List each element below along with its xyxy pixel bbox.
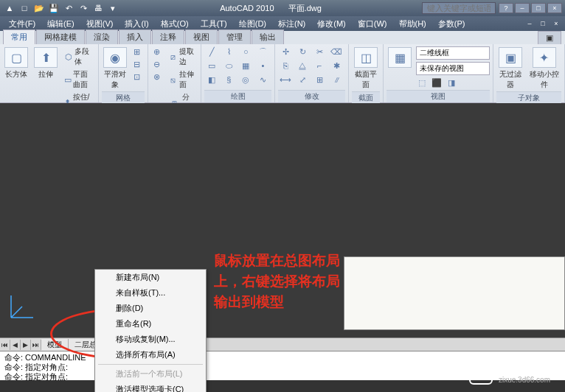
tab-mesh[interactable]: 网格建模 <box>36 29 85 44</box>
intersect-icon[interactable]: ⊗ <box>151 71 163 83</box>
scale-icon[interactable]: ⤢ <box>295 74 310 85</box>
doc-close-icon[interactable]: × <box>550 18 562 29</box>
explode-icon[interactable]: ✱ <box>329 60 344 71</box>
subtract-icon[interactable]: ⊖ <box>151 58 163 70</box>
spline-icon[interactable]: ∿ <box>255 74 270 85</box>
menu-dimension[interactable]: 标注(N) <box>272 17 311 31</box>
qat-dropdown-icon[interactable]: ▾ <box>106 1 119 15</box>
tab-annotate[interactable]: 注释 <box>152 29 184 44</box>
menu-modify[interactable]: 修改(M) <box>311 17 352 31</box>
erase-icon[interactable]: ⌫ <box>329 46 344 57</box>
circle-icon[interactable]: ○ <box>238 46 253 57</box>
app-menu-icon[interactable]: ▲ <box>3 1 16 15</box>
fillet-icon[interactable]: ⌐ <box>312 60 327 71</box>
save-icon[interactable]: 💾 <box>47 1 60 15</box>
cm-new-layout[interactable]: 新建布局(N) <box>95 270 206 285</box>
tab-insert[interactable]: 插入 <box>119 29 151 44</box>
region-icon[interactable]: ◧ <box>204 74 219 85</box>
tab-last-icon[interactable]: ⏭ <box>31 340 41 350</box>
cm-delete[interactable]: 删除(D) <box>95 301 206 316</box>
polyline-icon[interactable]: ⌇ <box>221 46 236 57</box>
doc-maximize-icon[interactable]: □ <box>537 18 549 29</box>
tab-manage[interactable]: 管理 <box>218 29 251 44</box>
open-icon[interactable]: 📂 <box>32 1 46 15</box>
point-icon[interactable]: • <box>255 60 270 71</box>
view-icon-1[interactable]: ⬚ <box>416 77 428 88</box>
tab-prev-icon[interactable]: ◀ <box>10 340 21 350</box>
saved-view-dropdown[interactable]: 未保存的视图 <box>416 62 490 75</box>
tab-first-icon[interactable]: ⏮ <box>0 340 10 350</box>
box-button[interactable]: ▢ 长方体 <box>3 46 30 81</box>
copy-icon[interactable]: ⎘ <box>278 60 293 71</box>
hatch-icon[interactable]: ▦ <box>238 60 253 71</box>
mesh-icon-2[interactable]: ⊟ <box>131 58 143 70</box>
extrude-button[interactable]: ⬆ 拉伸 <box>32 46 59 81</box>
menu-format[interactable]: 格式(O) <box>155 17 195 31</box>
menu-draw[interactable]: 绘图(D) <box>233 17 272 31</box>
viewstyle-button[interactable]: ▦ <box>387 46 413 69</box>
redo-icon[interactable]: ↷ <box>77 1 90 15</box>
mirror-icon[interactable]: ⧋ <box>295 60 310 71</box>
new-icon[interactable]: □ <box>18 1 31 15</box>
menu-tools[interactable]: 工具(T) <box>195 17 233 31</box>
ellipse-icon[interactable]: ⬭ <box>221 60 236 71</box>
tab-next-icon[interactable]: ▶ <box>21 340 31 350</box>
mesh-icon-3[interactable]: ⊡ <box>131 71 143 83</box>
menu-help[interactable]: 帮助(H) <box>393 17 432 31</box>
trim-icon[interactable]: ✂ <box>312 46 327 57</box>
panel-label[interactable]: 网格 <box>102 91 145 104</box>
close-icon[interactable]: × <box>547 3 562 13</box>
help-icon[interactable]: ? <box>499 3 513 13</box>
tab-home[interactable]: 常用 <box>3 29 35 44</box>
view-icon-3[interactable]: ◨ <box>446 77 457 88</box>
gizmo-button[interactable]: ✦ 移动小控件 <box>527 46 561 91</box>
visual-style-dropdown[interactable]: 二维线框 <box>416 46 490 60</box>
polysolid-button[interactable]: ⬡多段体 <box>62 46 95 68</box>
panel-label[interactable]: 子对象 <box>496 91 561 104</box>
move-icon[interactable]: ✢ <box>278 46 293 57</box>
donut-icon[interactable]: ◎ <box>238 74 253 85</box>
rect-icon[interactable]: ▭ <box>204 60 219 71</box>
rotate-icon[interactable]: ↻ <box>295 46 310 57</box>
extractedges-button[interactable]: ⧄提取边 <box>167 46 198 68</box>
cm-select-all[interactable]: 选择所有布局(A) <box>95 347 206 363</box>
menu-insert[interactable]: 插入(I) <box>119 17 154 31</box>
panel-label[interactable]: 截面 <box>352 91 380 104</box>
tab-output[interactable]: 输出 <box>252 29 284 44</box>
arc-icon[interactable]: ⌒ <box>255 46 270 57</box>
planesurface-button[interactable]: ▭平面曲面 <box>62 69 95 91</box>
menu-edit[interactable]: 编辑(E) <box>41 17 80 31</box>
panel-label[interactable]: 修改 <box>278 90 345 102</box>
undo-icon[interactable]: ↶ <box>62 1 75 15</box>
union-icon[interactable]: ⊕ <box>151 46 163 57</box>
nofilter-button[interactable]: ▣ 无过滤器 <box>496 46 524 91</box>
menu-file[interactable]: 文件(F) <box>3 17 41 31</box>
doc-minimize-icon[interactable]: – <box>524 18 535 29</box>
panel-label[interactable]: 视图 <box>387 90 490 102</box>
offset-icon[interactable]: ⫽ <box>329 74 344 85</box>
helix-icon[interactable]: § <box>221 74 236 85</box>
menu-view[interactable]: 视图(V) <box>80 17 119 31</box>
tab-expand-icon[interactable]: ▣ <box>538 31 561 44</box>
array-icon[interactable]: ⊞ <box>312 74 327 85</box>
view-icon-2[interactable]: ⬛ <box>431 77 443 88</box>
extrudeface-button[interactable]: ⧅拉伸面 <box>167 69 198 91</box>
section-button[interactable]: ◫ 截面平面 <box>352 46 380 91</box>
cm-activate-model[interactable]: 激活模型选项卡(C) <box>95 382 206 392</box>
cm-rename[interactable]: 重命名(R) <box>95 316 206 332</box>
menu-window[interactable]: 窗口(W) <box>352 17 393 31</box>
mesh-icon-1[interactable]: ⊞ <box>131 46 143 57</box>
smooth-button[interactable]: ◉ 平滑对象 <box>102 46 128 91</box>
panel-label[interactable]: 绘图 <box>204 90 271 102</box>
tab-render[interactable]: 渲染 <box>86 29 118 44</box>
line-icon[interactable]: ╱ <box>204 46 219 57</box>
maximize-icon[interactable]: □ <box>531 3 546 13</box>
tab-view[interactable]: 视图 <box>185 29 218 44</box>
cm-move-copy[interactable]: 移动或复制(M)... <box>95 332 206 347</box>
cm-from-template[interactable]: 来自样板(T)... <box>95 285 206 301</box>
search-input[interactable] <box>422 2 496 14</box>
menu-params[interactable]: 参数(P) <box>432 17 471 31</box>
minimize-icon[interactable]: – <box>515 3 530 13</box>
print-icon[interactable]: 🖶 <box>91 1 105 15</box>
stretch-icon[interactable]: ⟷ <box>278 74 293 85</box>
